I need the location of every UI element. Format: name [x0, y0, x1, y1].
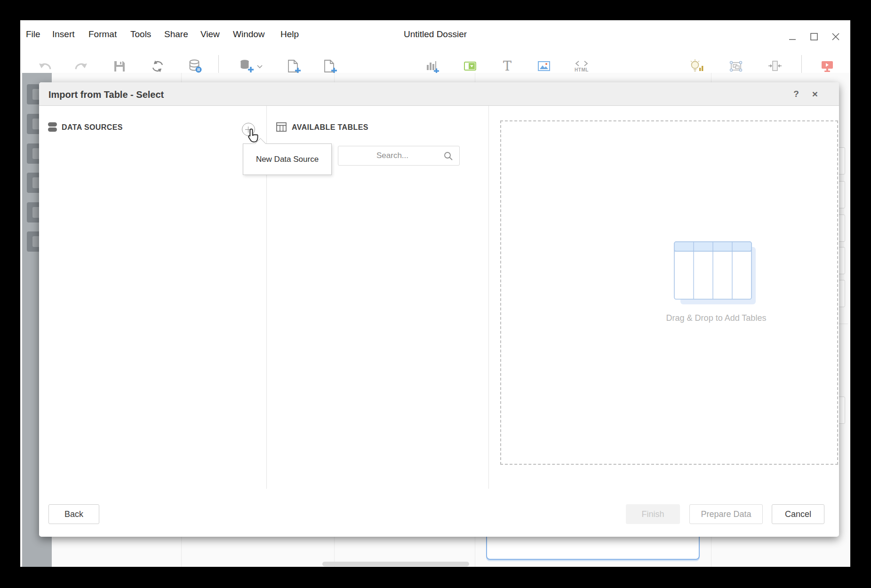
presentation-icon[interactable]: [819, 58, 836, 75]
search-icon: [443, 151, 454, 163]
add-page-icon[interactable]: [285, 58, 302, 75]
titlebar: File Insert Format Tools Share View Wind…: [20, 20, 850, 47]
drop-zone-hint: Drag & Drop to Add Tables: [666, 313, 767, 323]
table-icon: [276, 122, 287, 134]
redo-icon: [72, 58, 89, 75]
menu-format[interactable]: Format: [88, 20, 117, 47]
import-from-table-dialog: Import from Table - Select ? × DATA SOUR…: [39, 82, 839, 537]
add-visualization-icon[interactable]: [424, 58, 441, 75]
menu-window[interactable]: Window: [233, 20, 265, 47]
undo-icon: [37, 58, 54, 75]
help-icon[interactable]: ?: [790, 88, 802, 100]
dialog-header: Import from Table - Select ? ×: [39, 82, 839, 106]
chevron-down-icon[interactable]: [256, 58, 264, 75]
save-icon[interactable]: [111, 58, 128, 75]
minimize-icon[interactable]: [786, 31, 799, 43]
close-dialog-icon[interactable]: ×: [809, 88, 821, 100]
database-icon: [47, 122, 58, 134]
add-chapter-icon[interactable]: [321, 58, 338, 75]
html-tool-label: HTML: [575, 67, 589, 72]
horizontal-scrollbar[interactable]: [322, 562, 469, 566]
close-window-icon[interactable]: [830, 31, 842, 43]
drop-table-glyph: [674, 241, 759, 310]
menu-share[interactable]: Share: [164, 20, 188, 47]
prepare-data-button[interactable]: Prepare Data: [689, 504, 763, 524]
add-image-icon[interactable]: [535, 58, 552, 75]
document-title: Untitled Dossier: [404, 20, 467, 47]
refresh-icon[interactable]: [149, 58, 166, 75]
search-input[interactable]: [343, 146, 442, 165]
menu-view[interactable]: View: [200, 20, 220, 47]
available-tables-heading: AVAILABLE TABLES: [292, 123, 368, 132]
new-data-icon[interactable]: [238, 58, 255, 75]
menu-file[interactable]: File: [26, 20, 40, 47]
group-selection-icon[interactable]: [727, 58, 744, 75]
data-sources-heading: DATA SOURCES: [62, 123, 123, 132]
insights-icon[interactable]: [688, 58, 705, 75]
add-filter-icon[interactable]: [462, 58, 479, 75]
menu-tools[interactable]: Tools: [130, 20, 151, 47]
maximize-icon[interactable]: [808, 31, 820, 43]
back-button[interactable]: Back: [48, 504, 99, 524]
add-text-icon[interactable]: T: [499, 58, 516, 75]
new-data-source-tooltip: New Data Source: [243, 143, 332, 175]
finish-button: Finish: [626, 504, 680, 524]
menu-help[interactable]: Help: [280, 20, 299, 47]
search-box: [338, 146, 460, 166]
tooltip-label: New Data Source: [256, 155, 319, 164]
app-window: File Insert Format Tools Share View Wind…: [20, 20, 850, 567]
hand-cursor: [244, 127, 263, 146]
database-status-icon[interactable]: [187, 58, 204, 75]
cancel-button[interactable]: Cancel: [772, 504, 824, 524]
add-html-icon[interactable]: HTML: [573, 58, 590, 75]
fit-to-window-icon[interactable]: [767, 58, 783, 75]
column-divider: [488, 106, 489, 489]
dialog-title: Import from Table - Select: [48, 82, 164, 106]
menu-insert[interactable]: Insert: [52, 20, 75, 47]
table-drop-zone[interactable]: [500, 120, 838, 465]
